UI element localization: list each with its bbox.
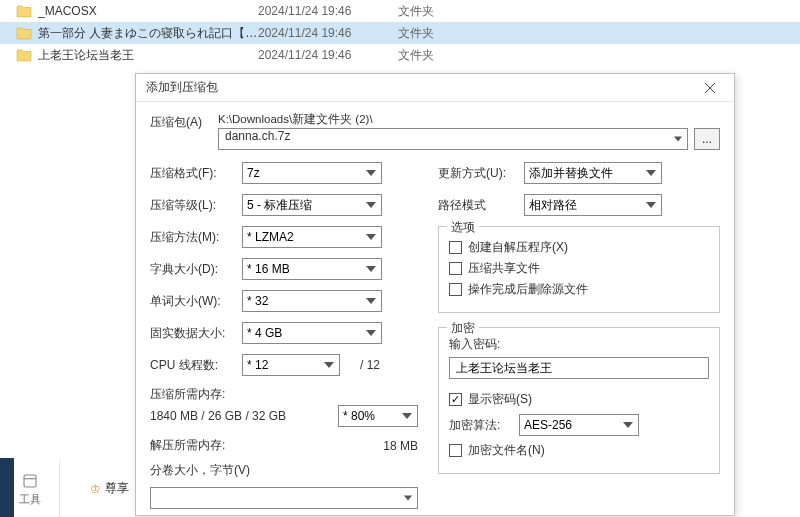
sfx-checkbox[interactable] xyxy=(449,241,462,254)
split-label: 分卷大小，字节(V) xyxy=(150,462,418,479)
cpu-select[interactable]: * 12 xyxy=(242,354,340,376)
delete-after-checkbox[interactable] xyxy=(449,283,462,296)
archive-path: K:\Downloads\新建文件夹 (2)\ xyxy=(218,112,720,127)
update-select[interactable]: 添加并替换文件 xyxy=(524,162,662,184)
level-select[interactable]: 5 - 标准压缩 xyxy=(242,194,382,216)
compress-mem-value: 1840 MB / 26 GB / 32 GB xyxy=(150,409,338,423)
method-select[interactable]: * LZMA2 xyxy=(242,226,382,248)
file-name: _MACOSX xyxy=(38,4,258,18)
archive-label: 压缩包(A) xyxy=(150,112,208,131)
cpu-label: CPU 线程数: xyxy=(150,357,242,374)
dict-label: 字典大小(D): xyxy=(150,261,242,278)
compress-mem-label: 压缩所需内存: xyxy=(150,386,225,403)
update-label: 更新方式(U): xyxy=(438,165,524,182)
file-type: 文件夹 xyxy=(398,3,478,20)
word-select[interactable]: * 32 xyxy=(242,290,382,312)
file-row[interactable]: _MACOSX 2024/11/24 19:46 文件夹 xyxy=(0,0,800,22)
cpu-total: / 12 xyxy=(350,358,380,372)
encryption-group-title: 加密 xyxy=(447,320,479,337)
file-date: 2024/11/24 19:46 xyxy=(258,4,398,18)
sfx-label: 创建自解压程序(X) xyxy=(468,239,568,256)
dict-select[interactable]: * 16 MB xyxy=(242,258,382,280)
algo-label: 加密算法: xyxy=(449,417,519,434)
file-row[interactable]: 上老王论坛当老王 2024/11/24 19:46 文件夹 xyxy=(0,44,800,66)
level-label: 压缩等级(L): xyxy=(150,197,242,214)
word-label: 单词大小(W): xyxy=(150,293,242,310)
file-type: 文件夹 xyxy=(398,47,478,64)
premium-text: 尊享 xyxy=(105,480,129,497)
show-password-checkbox[interactable] xyxy=(449,393,462,406)
file-row[interactable]: 第一部分 人妻まゆこの寝取られ記口【ガ... 2024/11/24 19:46 … xyxy=(0,22,800,44)
password-label: 输入密码: xyxy=(449,336,709,353)
svg-rect-0 xyxy=(24,475,36,487)
path-mode-select[interactable]: 相对路径 xyxy=(524,194,662,216)
file-name: 第一部分 人妻まゆこの寝取られ記口【ガ... xyxy=(38,25,258,42)
file-date: 2024/11/24 19:46 xyxy=(258,26,398,40)
encryption-group: 加密 输入密码: 显示密码(S) 加密算法:AES-256 加密文件名(N) xyxy=(438,327,720,474)
close-button[interactable] xyxy=(690,77,730,99)
method-label: 压缩方法(M): xyxy=(150,229,242,246)
tool-icon xyxy=(21,472,39,492)
show-password-label: 显示密码(S) xyxy=(468,391,532,408)
folder-icon xyxy=(16,26,32,40)
premium-badge[interactable]: ♔ 尊享 xyxy=(90,480,129,497)
encrypt-names-label: 加密文件名(N) xyxy=(468,442,545,459)
encrypt-names-checkbox[interactable] xyxy=(449,444,462,457)
titlebar: 添加到压缩包 xyxy=(136,74,734,102)
path-mode-label: 路径模式 xyxy=(438,197,524,214)
file-list: _MACOSX 2024/11/24 19:46 文件夹 第一部分 人妻まゆこの… xyxy=(0,0,800,66)
tool-panel[interactable]: 工具 xyxy=(0,461,60,517)
decompress-mem-label: 解压所需内存: xyxy=(150,437,383,454)
close-icon xyxy=(705,83,715,93)
delete-after-label: 操作完成后删除源文件 xyxy=(468,281,588,298)
folder-icon xyxy=(16,4,32,18)
tool-label: 工具 xyxy=(19,492,41,507)
file-name: 上老王论坛当老王 xyxy=(38,47,258,64)
shared-label: 压缩共享文件 xyxy=(468,260,540,277)
folder-icon xyxy=(16,48,32,62)
dialog-title: 添加到压缩包 xyxy=(146,79,218,96)
archive-name-combo[interactable]: danna.ch.7z xyxy=(218,128,688,150)
algo-select[interactable]: AES-256 xyxy=(519,414,639,436)
decompress-mem-value: 18 MB xyxy=(383,439,418,453)
format-select[interactable]: 7z xyxy=(242,162,382,184)
password-input[interactable] xyxy=(449,357,709,379)
file-date: 2024/11/24 19:46 xyxy=(258,48,398,62)
compress-pct-select[interactable]: * 80% xyxy=(338,405,418,427)
browse-button[interactable]: ... xyxy=(694,128,720,150)
format-label: 压缩格式(F): xyxy=(150,165,242,182)
solid-select[interactable]: * 4 GB xyxy=(242,322,382,344)
options-group-title: 选项 xyxy=(447,219,479,236)
solid-label: 固实数据大小: xyxy=(150,325,242,342)
file-type: 文件夹 xyxy=(398,25,478,42)
crown-icon: ♔ xyxy=(90,482,101,496)
shared-checkbox[interactable] xyxy=(449,262,462,275)
add-to-archive-dialog: 添加到压缩包 压缩包(A) K:\Downloads\新建文件夹 (2)\ da… xyxy=(135,73,735,516)
options-group: 选项 创建自解压程序(X) 压缩共享文件 操作完成后删除源文件 xyxy=(438,226,720,313)
split-combo[interactable] xyxy=(150,487,418,509)
